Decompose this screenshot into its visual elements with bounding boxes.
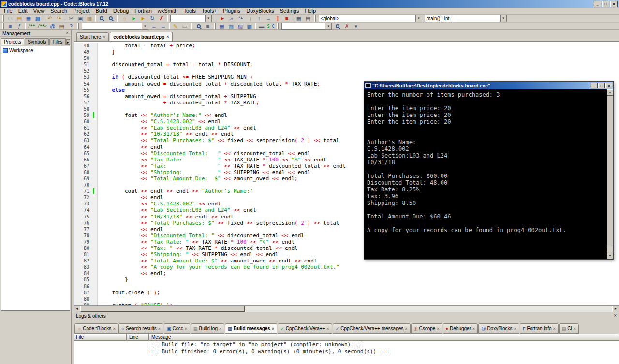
debugger-window-button-3[interactable]: ▨ bbox=[236, 23, 245, 30]
code-line[interactable]: 86 bbox=[74, 283, 619, 290]
logs-tab-cppcheck-vera-messages[interactable]: ✓CppCheck/Vera++ messages× bbox=[333, 323, 411, 334]
step-out-button[interactable]: ↑ bbox=[255, 15, 264, 22]
find-button[interactable] bbox=[97, 15, 106, 22]
next-instruction-button[interactable]: → bbox=[264, 15, 273, 22]
tab-start-here[interactable]: Start here × bbox=[76, 32, 109, 41]
search-clear-button[interactable]: ✗ bbox=[342, 23, 351, 30]
goto-function-button[interactable]: ƒ bbox=[15, 23, 24, 30]
logs-tab-doxyblocks[interactable]: @DoxyBlocks× bbox=[478, 323, 519, 334]
build-button[interactable]: ☼ bbox=[120, 15, 129, 22]
close-icon[interactable]: × bbox=[166, 34, 169, 39]
goto-back-button[interactable]: ← bbox=[150, 23, 159, 30]
doxy-run-button[interactable]: @ bbox=[48, 23, 57, 30]
scroll-up-icon[interactable]: ▲ bbox=[607, 89, 613, 96]
debugger-window-button-1[interactable]: ▦ bbox=[218, 23, 226, 30]
stop-debugger-button[interactable]: ■ bbox=[282, 15, 291, 22]
close-icon[interactable]: × bbox=[574, 326, 576, 331]
run-to-cursor-button[interactable]: » bbox=[227, 15, 236, 22]
hscroll-track[interactable] bbox=[80, 306, 612, 312]
close-icon[interactable]: × bbox=[113, 326, 115, 331]
incremental-search-button[interactable] bbox=[194, 23, 203, 30]
menu-item-fortran[interactable]: Fortran bbox=[132, 8, 154, 14]
scope-combo[interactable]: <global>▾ bbox=[319, 15, 422, 22]
debug-continue-button[interactable]: ► bbox=[218, 15, 227, 22]
logs-tab-cl[interactable]: ▤Cl× bbox=[559, 323, 579, 334]
doxy-config-button[interactable]: ? bbox=[67, 23, 75, 30]
logs-tab-build-messages[interactable]: ▥Build messages× bbox=[225, 323, 277, 334]
logs-tab-fortran-info[interactable]: FFortran info× bbox=[520, 323, 559, 334]
menu-item-debug[interactable]: Debug bbox=[110, 8, 132, 14]
title-bar[interactable]: codeblocks board.cpp - Code::Blocks 17.1… bbox=[0, 0, 619, 8]
code-line[interactable]: 52 bbox=[74, 68, 619, 74]
code-line[interactable]: 53 if ( discounted_total >= FREE_SHIPPIN… bbox=[74, 74, 619, 80]
copy-button[interactable]: ▣ bbox=[76, 15, 85, 22]
scroll-left-icon[interactable]: ◄ bbox=[74, 306, 80, 312]
doxy-manual-button[interactable]: ▤ bbox=[58, 23, 66, 30]
run-button[interactable]: ► bbox=[130, 15, 138, 22]
build-message-row[interactable]: === Build finished: 0 error(s), 0 warnin… bbox=[74, 348, 619, 355]
code-line[interactable]: 89 system ( "PAUSE" ); bbox=[74, 302, 619, 305]
code-line[interactable]: 84 << endl; bbox=[74, 270, 619, 277]
logs-tab-cccc[interactable]: ▣Cccc× bbox=[164, 323, 190, 334]
step-into-button[interactable]: ↓ bbox=[246, 15, 254, 22]
hscroll-thumb[interactable] bbox=[80, 306, 245, 312]
code-line[interactable]: 87 fout.close ( ); bbox=[74, 290, 619, 296]
search-go-button[interactable] bbox=[333, 23, 342, 30]
tab-projects[interactable]: Projects bbox=[1, 38, 24, 45]
tab-codeblocks-board-cpp[interactable]: codeblocks board.cpp × bbox=[110, 32, 172, 41]
console-window[interactable]: "C:\Users\Buttface\Desktop\codeblocks bo… bbox=[364, 81, 614, 260]
chevron-down-icon[interactable]: ▾ bbox=[325, 23, 331, 29]
close-icon[interactable]: × bbox=[326, 326, 329, 331]
logs-tab-search-results[interactable]: ○Search results× bbox=[118, 323, 163, 334]
close-button[interactable]: × bbox=[605, 83, 612, 88]
code-line[interactable]: 49 } bbox=[74, 49, 619, 55]
redo-button[interactable]: ↷ bbox=[55, 15, 63, 22]
build-target-combo[interactable]: ▾ bbox=[170, 15, 212, 22]
undo-button[interactable]: ↶ bbox=[45, 15, 54, 22]
code-line[interactable]: 83 << "A copy for your records can be fo… bbox=[74, 264, 619, 270]
search-options-button[interactable]: ▾ bbox=[352, 23, 360, 30]
menu-item-project[interactable]: Project bbox=[70, 8, 92, 14]
build-message-row[interactable]: === Build file: "no target" in "no proje… bbox=[74, 341, 619, 348]
close-icon[interactable]: × bbox=[66, 31, 69, 36]
symbols-browser-button[interactable]: ≡ bbox=[6, 23, 15, 30]
replace-button[interactable] bbox=[106, 15, 115, 22]
abort-build-button[interactable]: ✗ bbox=[157, 15, 166, 22]
chevron-down-icon[interactable]: ▾ bbox=[500, 15, 506, 22]
menu-item-doxyblocks[interactable]: DoxyBlocks bbox=[243, 8, 277, 14]
menu-item-file[interactable]: File bbox=[1, 8, 15, 14]
menu-item-tools[interactable]: Tools bbox=[180, 8, 199, 14]
minimize-button[interactable]: _ bbox=[594, 1, 601, 7]
close-icon[interactable]: × bbox=[472, 326, 475, 331]
open-file-button[interactable]: ▤ bbox=[15, 15, 24, 22]
menu-item-edit[interactable]: Edit bbox=[15, 8, 30, 14]
break-debugger-button[interactable]: ∥ bbox=[273, 15, 282, 22]
code-completion-combo[interactable]: ▾ bbox=[82, 23, 148, 30]
various-info-button[interactable]: ▤ bbox=[304, 15, 312, 22]
tab-symbols[interactable]: Symbols bbox=[25, 38, 49, 45]
scroll-thumb[interactable] bbox=[607, 245, 613, 252]
save-button[interactable]: ▦ bbox=[24, 15, 33, 22]
menu-item-wxsmith[interactable]: wxSmith bbox=[155, 8, 181, 14]
code-line[interactable]: 85 } bbox=[74, 277, 619, 283]
highlight-button[interactable]: ✎ bbox=[171, 23, 180, 30]
doxy-line-comment-button[interactable]: /**< bbox=[36, 23, 47, 30]
thread-search-button[interactable]: ▬ bbox=[257, 23, 266, 30]
close-icon[interactable]: × bbox=[272, 326, 274, 331]
chevron-down-icon[interactable]: ▾ bbox=[415, 15, 422, 22]
menu-item-build[interactable]: Build bbox=[92, 8, 110, 14]
menu-item-help[interactable]: Help bbox=[302, 8, 319, 14]
code-line[interactable]: 88 bbox=[74, 296, 619, 302]
close-icon[interactable]: × bbox=[103, 35, 105, 40]
tab-scroll-right-icon[interactable]: ▸ bbox=[66, 39, 70, 45]
debugger-window-button-2[interactable]: ▧ bbox=[227, 23, 236, 30]
maximize-button[interactable]: □ bbox=[602, 1, 609, 7]
close-icon[interactable]: × bbox=[553, 326, 556, 331]
close-icon[interactable]: × bbox=[514, 326, 516, 331]
maximize-button[interactable]: □ bbox=[598, 83, 605, 88]
code-line[interactable]: 48 total = total + price; bbox=[74, 43, 619, 49]
menu-item-view[interactable]: View bbox=[30, 8, 48, 14]
logs-tab-build-log[interactable]: ▤Build log× bbox=[191, 323, 224, 334]
code-line[interactable]: 50 bbox=[74, 55, 619, 61]
close-icon[interactable]: × bbox=[185, 326, 187, 331]
